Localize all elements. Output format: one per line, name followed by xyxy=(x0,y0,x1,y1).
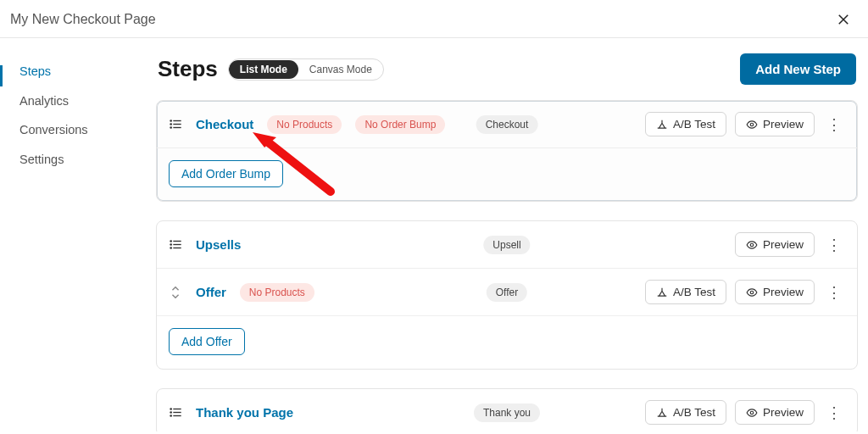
sidebar-item-steps[interactable]: Steps xyxy=(0,65,144,86)
svg-point-15 xyxy=(170,408,172,410)
add-offer-button[interactable]: Add Offer xyxy=(169,328,245,355)
preview-label: Preview xyxy=(763,118,804,131)
ab-test-label: A/B Test xyxy=(673,118,715,131)
page-title: Steps xyxy=(158,56,218,82)
type-badge-checkout: Checkout xyxy=(476,115,538,134)
svg-point-17 xyxy=(170,411,172,414)
svg-rect-18 xyxy=(173,412,181,413)
sidebar-item-analytics[interactable]: Analytics xyxy=(0,86,144,116)
ab-test-label: A/B Test xyxy=(673,406,715,419)
close-icon[interactable] xyxy=(836,12,851,27)
svg-point-13 xyxy=(750,243,754,247)
svg-point-0 xyxy=(170,120,172,122)
svg-point-11 xyxy=(170,247,172,249)
kebab-menu-icon[interactable]: ⋮ xyxy=(823,405,845,420)
sidebar: Steps Analytics Conversions Settings xyxy=(0,38,144,431)
step-card-thankyou: Thank you Page Thank you A/B Test Previe… xyxy=(156,388,858,431)
svg-point-7 xyxy=(170,240,172,242)
ab-test-button[interactable]: A/B Test xyxy=(645,280,726,304)
svg-rect-16 xyxy=(173,409,181,409)
preview-label: Preview xyxy=(763,286,804,298)
badge-no-products: No Products xyxy=(240,283,314,302)
svg-point-19 xyxy=(170,415,172,417)
svg-point-4 xyxy=(170,126,172,129)
preview-label: Preview xyxy=(763,238,804,251)
svg-rect-20 xyxy=(173,415,181,416)
preview-button[interactable]: Preview xyxy=(735,400,815,425)
step-card-upsells: Upsells Upsell Preview ⋮ xyxy=(156,220,858,370)
list-icon[interactable] xyxy=(169,118,182,131)
add-order-bump-button[interactable]: Add Order Bump xyxy=(169,160,283,187)
add-new-step-button[interactable]: Add New Step xyxy=(740,53,856,85)
svg-point-21 xyxy=(750,411,754,415)
preview-button[interactable]: Preview xyxy=(735,112,815,136)
svg-rect-8 xyxy=(173,241,181,242)
titlebar: My New Checkout Page xyxy=(0,0,868,38)
svg-rect-10 xyxy=(173,244,181,245)
mode-toggle: List Mode Canvas Mode xyxy=(228,58,384,81)
mode-canvas[interactable]: Canvas Mode xyxy=(298,60,383,79)
step-link-upsells[interactable]: Upsells xyxy=(196,237,241,252)
badge-no-order-bump: No Order Bump xyxy=(355,115,445,134)
list-icon[interactable] xyxy=(169,406,182,420)
type-badge-offer: Offer xyxy=(487,283,527,302)
preview-button[interactable]: Preview xyxy=(735,232,815,257)
step-link-checkout[interactable]: Checkout xyxy=(196,117,253,131)
window-title: My New Checkout Page xyxy=(10,12,156,27)
svg-rect-5 xyxy=(173,127,181,128)
step-link-offer[interactable]: Offer xyxy=(196,285,226,299)
sidebar-item-settings[interactable]: Settings xyxy=(0,145,144,175)
sidebar-item-conversions[interactable]: Conversions xyxy=(0,115,144,145)
svg-rect-12 xyxy=(173,248,181,248)
svg-point-14 xyxy=(750,291,754,294)
mode-list[interactable]: List Mode xyxy=(229,60,298,79)
type-badge-upsell: Upsell xyxy=(483,236,530,254)
step-card-checkout: Checkout No Products No Order Bump Check… xyxy=(156,100,858,202)
svg-rect-3 xyxy=(173,124,181,125)
ab-test-label: A/B Test xyxy=(673,286,715,298)
kebab-menu-icon[interactable]: ⋮ xyxy=(823,237,845,253)
reorder-icon[interactable] xyxy=(169,286,182,299)
badge-no-products: No Products xyxy=(267,115,342,134)
svg-point-9 xyxy=(170,243,172,246)
step-link-thankyou[interactable]: Thank you Page xyxy=(196,405,293,420)
preview-button[interactable]: Preview xyxy=(735,280,815,304)
preview-label: Preview xyxy=(763,406,804,419)
svg-point-2 xyxy=(170,123,172,125)
kebab-menu-icon[interactable]: ⋮ xyxy=(823,117,845,132)
svg-rect-1 xyxy=(173,120,181,121)
ab-test-button[interactable]: A/B Test xyxy=(645,112,726,136)
main-content: Steps List Mode Canvas Mode Add New Step… xyxy=(144,38,868,431)
list-icon[interactable] xyxy=(169,238,182,252)
svg-point-6 xyxy=(750,123,754,126)
kebab-menu-icon[interactable]: ⋮ xyxy=(823,285,845,300)
ab-test-button[interactable]: A/B Test xyxy=(645,400,726,425)
type-badge-thankyou: Thank you xyxy=(474,403,540,422)
